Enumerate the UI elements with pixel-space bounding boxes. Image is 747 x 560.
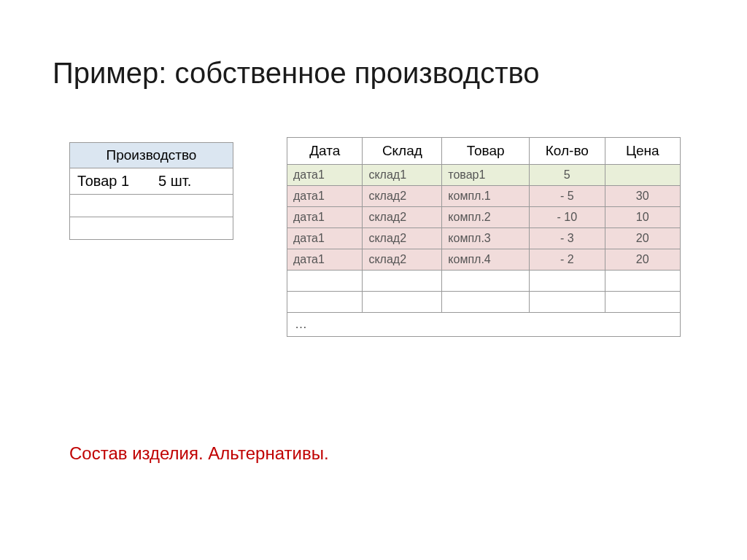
- cell-warehouse: склад2: [363, 186, 442, 207]
- production-header: Производство: [70, 143, 233, 168]
- empty-cell: [530, 292, 605, 313]
- cell-warehouse: склад2: [363, 249, 442, 271]
- production-table: Производство Товар 1 5 шт.: [69, 142, 233, 240]
- empty-cell: [363, 292, 442, 313]
- cell-product: товар1: [442, 165, 530, 186]
- production-cell: Товар 1 5 шт.: [70, 168, 233, 195]
- table-row: дата1 склад2 компл.1 - 5 30: [287, 186, 681, 207]
- col-qty: Кол-во: [530, 138, 605, 165]
- col-price: Цена: [605, 138, 680, 165]
- empty-cell: [442, 292, 530, 313]
- cell-date: дата1: [287, 249, 363, 271]
- cell-qty: - 5: [530, 186, 605, 207]
- cell-price: 30: [605, 186, 680, 207]
- empty-cell: [605, 271, 680, 292]
- col-date: Дата: [287, 138, 363, 165]
- cell-date: дата1: [287, 186, 363, 207]
- table-row: [287, 271, 681, 292]
- table-row: дата1 склад1 товар1 5: [287, 165, 681, 186]
- table-row: [70, 195, 233, 217]
- cell-date: дата1: [287, 207, 363, 228]
- empty-cell: [70, 195, 233, 217]
- cell-product: компл.2: [442, 207, 530, 228]
- empty-cell: [287, 292, 363, 313]
- col-warehouse: Склад: [363, 138, 442, 165]
- cell-product: компл.4: [442, 249, 530, 271]
- cell-product: компл.3: [442, 228, 530, 249]
- table-row: дата1 склад2 компл.2 - 10 10: [287, 207, 681, 228]
- table-header-row: Дата Склад Товар Кол-во Цена: [287, 138, 681, 165]
- cell-price: 20: [605, 228, 680, 249]
- cell-price: 10: [605, 207, 680, 228]
- cell-warehouse: склад2: [363, 207, 442, 228]
- cell-warehouse: склад2: [363, 228, 442, 249]
- empty-cell: [605, 292, 680, 313]
- cell-warehouse: склад1: [363, 165, 442, 186]
- cell-date: дата1: [287, 228, 363, 249]
- table-row: [287, 292, 681, 313]
- cell-product: компл.1: [442, 186, 530, 207]
- empty-cell: [70, 217, 233, 240]
- empty-cell: [442, 271, 530, 292]
- empty-cell: [363, 271, 442, 292]
- ellipsis-cell: …: [287, 313, 681, 337]
- cell-price: [605, 165, 680, 186]
- table-row: [70, 217, 233, 240]
- cell-qty: - 3: [530, 228, 605, 249]
- cell-qty: - 2: [530, 249, 605, 271]
- cell-qty: 5: [530, 165, 605, 186]
- inventory-table: Дата Склад Товар Кол-во Цена дата1 склад…: [287, 137, 681, 337]
- page-title: Пример: собственное производство: [53, 57, 540, 90]
- footer-note: Состав изделия. Альтернативы.: [69, 443, 329, 464]
- table-row: Товар 1 5 шт.: [70, 168, 233, 195]
- col-product: Товар: [442, 138, 530, 165]
- empty-cell: [287, 271, 363, 292]
- cell-price: 20: [605, 249, 680, 271]
- cell-date: дата1: [287, 165, 363, 186]
- empty-cell: [530, 271, 605, 292]
- table-row: дата1 склад2 компл.4 - 2 20: [287, 249, 681, 271]
- cell-qty: - 10: [530, 207, 605, 228]
- table-row: …: [287, 313, 681, 337]
- table-row: дата1 склад2 компл.3 - 3 20: [287, 228, 681, 249]
